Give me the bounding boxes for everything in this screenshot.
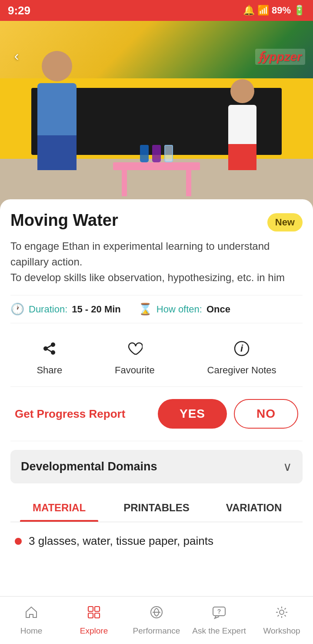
nav-performance-label: Performance: [133, 626, 180, 636]
home-icon: [24, 605, 39, 624]
caregiver-action[interactable]: i Caregiver Notes: [207, 341, 276, 376]
ask-expert-icon: ?: [212, 605, 226, 624]
nav-workshop[interactable]: Workshop: [250, 600, 313, 640]
svg-point-9: [280, 610, 284, 614]
developmental-domains-row[interactable]: Developmental Domains ∨: [10, 450, 303, 483]
person-adult: [37, 51, 77, 170]
duration-item: 🕐 Duration: 15 - 20 Min: [10, 302, 121, 316]
activity-title: Moving Water: [10, 211, 118, 230]
battery-bar: 🔋: [293, 5, 305, 16]
bullet-dot: [15, 538, 22, 545]
info-icon: i: [234, 341, 250, 360]
share-icon: [42, 341, 57, 360]
nav-explore-label: Explore: [80, 626, 108, 636]
battery-icon: 🔔: [243, 5, 255, 16]
wifi-icon: 📶: [257, 5, 269, 16]
yes-button[interactable]: YES: [158, 399, 227, 429]
nav-ask-expert[interactable]: ? Ask the Expert: [188, 600, 250, 640]
person-child: [228, 79, 256, 170]
svg-text:?: ?: [217, 608, 221, 615]
heart-icon: [127, 341, 143, 360]
bottom-nav: Home Explore Performance: [0, 596, 313, 644]
battery-level: 89%: [272, 5, 291, 16]
hourglass-icon: ⌛: [138, 302, 152, 316]
status-time: 9:29: [8, 4, 30, 17]
performance-icon: [149, 605, 164, 624]
nav-performance[interactable]: Performance: [125, 600, 188, 640]
nav-home-label: Home: [20, 626, 43, 636]
explore-icon: [87, 605, 101, 624]
no-button[interactable]: NO: [234, 399, 298, 429]
nav-ask-expert-label: Ask the Expert: [192, 626, 246, 636]
domains-label: Developmental Domains: [21, 460, 157, 473]
tab-printables[interactable]: PRINTABLES: [108, 492, 205, 522]
tabs-row: MATERIAL PRINTABLES VARIATION: [10, 492, 303, 522]
svg-rect-4: [88, 613, 93, 618]
share-action[interactable]: Share: [37, 341, 62, 376]
status-icons: 🔔 📶 89% 🔋: [243, 5, 305, 16]
material-item: 3 glasses, water, tissue paper, paints: [15, 534, 298, 548]
meta-row: 🕐 Duration: 15 - 20 Min ⌛ How often: Onc…: [10, 295, 303, 323]
title-row: Moving Water New: [10, 211, 303, 231]
howoften-label: How often:: [156, 304, 202, 315]
caregiver-label: Caregiver Notes: [207, 365, 276, 376]
nav-workshop-label: Workshop: [263, 626, 300, 636]
tab-variation[interactable]: VARIATION: [205, 492, 303, 522]
svg-rect-3: [95, 607, 100, 611]
actions-row: Share Favourite i Caregiver Notes: [10, 332, 303, 387]
activity-table: [113, 144, 200, 170]
duration-value: 15 - 20 Min: [72, 304, 120, 315]
favourite-label: Favourite: [115, 365, 155, 376]
workshop-icon: [274, 605, 289, 624]
progress-buttons: YES NO: [158, 399, 298, 429]
new-badge: New: [267, 213, 303, 231]
tab-material[interactable]: MATERIAL: [10, 492, 108, 522]
svg-text:i: i: [240, 343, 243, 354]
material-list: 3 glasses, water, tissue paper, paints: [10, 522, 303, 600]
howoften-value: Once: [206, 304, 230, 315]
back-button[interactable]: ‹: [7, 46, 26, 65]
brand-logo: ʄyppzer: [255, 49, 305, 65]
progress-report-row: Get Progress Report YES NO: [10, 387, 303, 441]
duration-label: Duration:: [29, 304, 67, 315]
chevron-down-icon: ∨: [283, 460, 292, 474]
progress-report-label: Get Progress Report: [15, 407, 125, 421]
activity-description: To engage Ethan in experimental learning…: [10, 238, 303, 285]
share-label: Share: [37, 365, 62, 376]
hero-image: ‹ ʄyppzer: [0, 21, 313, 212]
howoften-item: ⌛ How often: Once: [138, 302, 230, 316]
nav-explore[interactable]: Explore: [63, 600, 125, 640]
content-card: Moving Water New To engage Ethan in expe…: [0, 199, 313, 600]
status-bar: 9:29 🔔 📶 89% 🔋: [0, 0, 313, 21]
nav-home[interactable]: Home: [0, 600, 63, 640]
clock-icon: 🕐: [10, 302, 24, 316]
svg-rect-2: [88, 607, 93, 611]
svg-rect-5: [95, 613, 100, 618]
favourite-action[interactable]: Favourite: [115, 341, 155, 376]
